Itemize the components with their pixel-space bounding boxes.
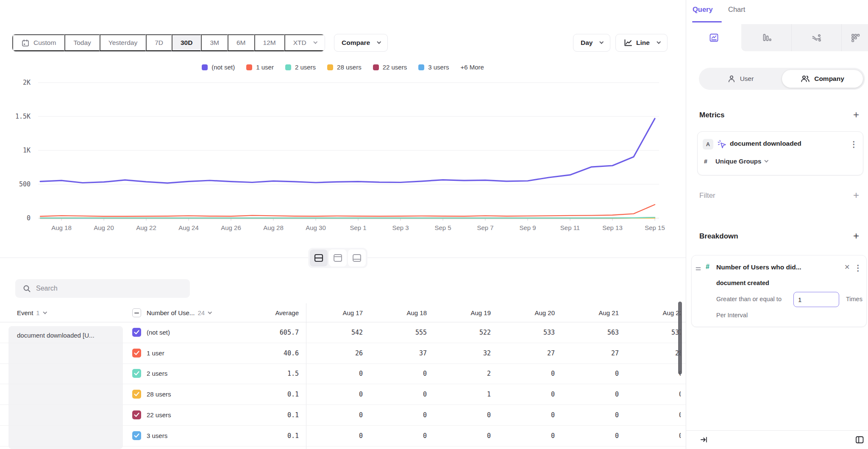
range-button-xtd[interactable]: XTD bbox=[284, 34, 325, 51]
row-label: 22 users bbox=[147, 405, 171, 425]
row-date-value: 2 bbox=[431, 363, 491, 384]
row-date-value: 0 bbox=[367, 426, 427, 446]
breakdown-condition-label[interactable]: Greater than or equal to bbox=[716, 296, 782, 302]
check-icon bbox=[134, 433, 139, 438]
date-column-header[interactable]: Aug 18 bbox=[367, 303, 427, 322]
layout-split-view-button[interactable] bbox=[310, 249, 328, 266]
row-checkbox[interactable] bbox=[132, 410, 141, 419]
range-button-7d[interactable]: 7D bbox=[146, 34, 172, 51]
legend-more-button[interactable]: +6 More bbox=[460, 64, 484, 71]
chart-type-flow-button[interactable] bbox=[791, 24, 841, 51]
row-date-value: 0 bbox=[559, 384, 619, 405]
check-icon bbox=[134, 351, 139, 355]
range-button-today[interactable]: Today bbox=[64, 34, 99, 51]
select-all-checkbox[interactable] bbox=[132, 308, 141, 317]
chart-type-grid-button[interactable] bbox=[841, 24, 868, 51]
row-date-value: 27 bbox=[559, 343, 619, 363]
metric-card[interactable]: A document downloaded ⋮ # Unique Groups bbox=[697, 131, 863, 175]
row-average-value: 0.1 bbox=[229, 426, 299, 446]
row-date-value: 1 bbox=[431, 384, 491, 405]
compare-button[interactable]: Compare bbox=[334, 34, 388, 52]
row-date-value: 0 bbox=[303, 426, 363, 446]
row-checkbox[interactable] bbox=[132, 390, 141, 399]
legend-swatch bbox=[285, 64, 291, 70]
sidebar-toggle-icon[interactable] bbox=[855, 435, 864, 446]
chart-type-button[interactable]: Line bbox=[615, 34, 668, 52]
range-button-6m[interactable]: 6M bbox=[228, 34, 254, 51]
row-date-value: 0 bbox=[303, 384, 363, 405]
date-column-header[interactable]: Aug 17 bbox=[303, 303, 363, 322]
add-metric-button[interactable]: + bbox=[851, 110, 861, 120]
x-axis-label: Sep 3 bbox=[392, 224, 409, 231]
row-checkbox[interactable] bbox=[132, 349, 141, 358]
analytics-app: CustomTodayYesterday7D30D3M6M12MXTD Comp… bbox=[0, 0, 868, 449]
date-column-header[interactable]: Aug 20 bbox=[495, 303, 555, 322]
tab-chart[interactable]: Chart bbox=[728, 6, 745, 14]
drag-handle-icon[interactable] bbox=[696, 265, 701, 273]
interval-button[interactable]: Day bbox=[573, 34, 610, 52]
chart-type-bar-button[interactable] bbox=[741, 24, 791, 51]
x-axis-label: Sep 11 bbox=[560, 224, 580, 231]
row-date-value: 0 bbox=[495, 384, 555, 405]
breakdown-event-name[interactable]: document created bbox=[716, 280, 769, 286]
metric-measure-dropdown[interactable]: Unique Groups bbox=[715, 158, 768, 165]
metric-more-button[interactable]: ⋮ bbox=[850, 140, 858, 148]
scope-company-option[interactable]: Company bbox=[782, 70, 863, 88]
range-button-yesterday[interactable]: Yesterday bbox=[100, 34, 146, 51]
legend-label: 22 users bbox=[383, 64, 407, 71]
breakdown-value-input[interactable] bbox=[793, 292, 839, 307]
row-label: (not set) bbox=[147, 322, 170, 343]
chart-type-line-button[interactable] bbox=[686, 24, 741, 51]
event-column-header[interactable]: Event1 bbox=[17, 303, 46, 322]
table-vertical-scrollbar[interactable] bbox=[678, 302, 682, 374]
breakdown-title[interactable]: Number of Users who did... bbox=[716, 263, 801, 271]
date-column-header[interactable]: Aug 19 bbox=[431, 303, 491, 322]
group-column-header[interactable]: Number of Use...24 bbox=[147, 303, 211, 322]
line-chart: 05001K1.5K2KAug 18Aug 20Aug 22Aug 24Aug … bbox=[0, 72, 686, 241]
range-button-3m[interactable]: 3M bbox=[201, 34, 228, 51]
breakdown-more-button[interactable]: ⋮ bbox=[854, 264, 862, 272]
event-header-label: Event bbox=[17, 309, 33, 316]
user-icon bbox=[727, 75, 736, 83]
x-axis-label: Aug 24 bbox=[178, 224, 199, 231]
date-column-header[interactable]: Aug 22 bbox=[623, 303, 681, 322]
breakdown-per-interval-label[interactable]: Per Interval bbox=[716, 312, 748, 319]
y-axis-label: 1.5K bbox=[15, 113, 31, 120]
search-input[interactable] bbox=[36, 285, 180, 292]
row-checkbox[interactable] bbox=[132, 369, 141, 378]
row-checkbox[interactable] bbox=[132, 328, 141, 337]
close-icon[interactable]: ✕ bbox=[844, 263, 850, 271]
legend-swatch bbox=[202, 64, 208, 70]
range-button-custom[interactable]: Custom bbox=[12, 34, 64, 51]
row-date-value: 563 bbox=[559, 322, 619, 343]
legend-item[interactable]: 22 users bbox=[373, 64, 407, 71]
layout-table-view-button[interactable] bbox=[348, 249, 366, 266]
add-filter-button[interactable]: + bbox=[851, 191, 861, 201]
search-box bbox=[15, 279, 190, 298]
date-column-header[interactable]: Aug 21 bbox=[559, 303, 619, 322]
breakdown-hash-icon: # bbox=[706, 263, 709, 271]
collapse-panel-icon[interactable] bbox=[700, 435, 708, 446]
table-row: 22 users0.1000000 bbox=[0, 405, 686, 426]
add-breakdown-button[interactable]: + bbox=[851, 231, 861, 241]
chart-series--not-set- bbox=[40, 119, 655, 183]
tab-query[interactable]: Query bbox=[693, 6, 713, 14]
range-button-12m[interactable]: 12M bbox=[254, 34, 284, 51]
layout-chart-view-button[interactable] bbox=[329, 249, 347, 266]
scope-user-option[interactable]: User bbox=[699, 68, 782, 90]
legend-item[interactable]: 2 users bbox=[285, 64, 316, 71]
metric-event-name[interactable]: document downloaded bbox=[730, 140, 801, 147]
legend-item[interactable]: 28 users bbox=[327, 64, 362, 71]
legend-item[interactable]: 1 user bbox=[246, 64, 274, 71]
layout-toggle-group bbox=[308, 248, 367, 268]
row-date-values: 001000 bbox=[301, 384, 681, 405]
check-icon bbox=[134, 371, 139, 376]
legend-item[interactable]: (not set) bbox=[202, 64, 235, 71]
legend-swatch bbox=[418, 64, 424, 70]
row-date-value: 0 bbox=[559, 426, 619, 446]
row-checkbox[interactable] bbox=[132, 431, 141, 440]
legend-item[interactable]: 3 users bbox=[418, 64, 449, 71]
range-label: 30D bbox=[181, 39, 192, 47]
x-axis-label: Sep 15 bbox=[645, 224, 665, 231]
range-button-30d[interactable]: 30D bbox=[172, 34, 201, 51]
